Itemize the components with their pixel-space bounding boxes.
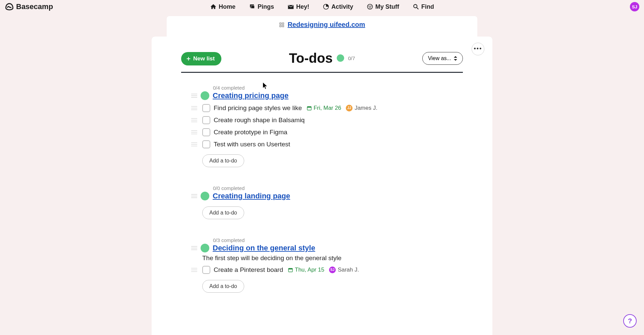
overall-progress-icon bbox=[337, 54, 344, 62]
page-header: New list To-dos 0/7 View as... bbox=[181, 51, 463, 66]
list-title-row: Deciding on the general style bbox=[191, 244, 453, 252]
nav-activity-label: Activity bbox=[331, 3, 353, 10]
assignee-avatar-icon: SJ bbox=[329, 267, 336, 273]
nav-hey-label: Hey! bbox=[296, 3, 309, 10]
nav-pings-label: Pings bbox=[258, 3, 274, 10]
drag-handle-icon[interactable] bbox=[191, 246, 197, 250]
drag-handle-icon[interactable] bbox=[191, 94, 197, 98]
todo-checkbox[interactable] bbox=[202, 128, 210, 136]
list-progress-icon bbox=[201, 91, 209, 100]
add-todo-button[interactable]: Add a to-do bbox=[202, 280, 244, 293]
view-as-label: View as... bbox=[428, 55, 451, 61]
list-progress-icon bbox=[201, 192, 209, 200]
svg-point-6 bbox=[414, 4, 417, 8]
todo-item: Find pricing page styles we like Fri, Ma… bbox=[191, 104, 453, 112]
grid-icon bbox=[279, 22, 285, 28]
svg-rect-10 bbox=[280, 25, 281, 27]
help-button[interactable]: ? bbox=[623, 314, 637, 328]
list-description: The first step will be deciding on the g… bbox=[202, 254, 453, 262]
top-nav: Basecamp Home Pings Hey! Activity My Stu… bbox=[0, 0, 644, 13]
todo-due-date[interactable]: Fri, Mar 26 bbox=[307, 105, 341, 111]
nav-center: Home Pings Hey! Activity My Stuff Find bbox=[210, 3, 434, 10]
assignee-name: James J. bbox=[355, 105, 377, 111]
todo-date-text: Fri, Mar 26 bbox=[314, 105, 341, 111]
breadcrumb-project-link[interactable]: Redesigning uifeed.com bbox=[279, 21, 365, 29]
svg-marker-14 bbox=[454, 56, 457, 58]
user-avatar[interactable]: SJ bbox=[630, 2, 639, 11]
svg-line-7 bbox=[417, 8, 419, 9]
list-completed-meta: 0/3 completed bbox=[213, 237, 453, 243]
calendar-icon bbox=[288, 267, 293, 273]
page-title-text: To-dos bbox=[289, 51, 332, 66]
todo-text[interactable]: Create prototype in Figma bbox=[214, 129, 287, 136]
plus-icon bbox=[186, 56, 191, 61]
svg-rect-0 bbox=[251, 6, 255, 8]
todo-lists-container: 0/4 completed Creating pricing page Find… bbox=[191, 85, 453, 293]
svg-point-5 bbox=[371, 6, 371, 7]
svg-rect-8 bbox=[280, 23, 281, 25]
todo-due-date[interactable]: Thu, Apr 15 bbox=[288, 267, 324, 273]
nav-hey[interactable]: Hey! bbox=[287, 3, 309, 10]
svg-marker-15 bbox=[454, 59, 457, 61]
todo-checkbox[interactable] bbox=[202, 266, 210, 274]
todo-assignee[interactable]: SJ Sarah J. bbox=[329, 267, 359, 273]
more-options-button[interactable]: ••• bbox=[472, 43, 484, 55]
todo-text[interactable]: Create rough shape in Balsamiq bbox=[214, 116, 305, 124]
new-list-button[interactable]: New list bbox=[181, 52, 221, 65]
drag-handle-icon[interactable] bbox=[191, 118, 197, 122]
hey-icon bbox=[287, 3, 294, 10]
assignee-avatar-icon: JJ bbox=[346, 105, 353, 111]
todo-list: 0/0 completed Creating landing page Add … bbox=[191, 185, 453, 219]
list-title-link[interactable]: Deciding on the general style bbox=[213, 244, 315, 252]
svg-point-4 bbox=[369, 6, 370, 7]
todo-item: Test with users on Usertest bbox=[191, 140, 453, 148]
activity-icon bbox=[323, 3, 329, 10]
svg-rect-17 bbox=[307, 106, 311, 107]
nav-home-label: Home bbox=[219, 3, 235, 10]
home-icon bbox=[210, 3, 217, 10]
todo-checkbox[interactable] bbox=[202, 104, 210, 112]
nav-activity[interactable]: Activity bbox=[323, 3, 353, 10]
todo-checkbox[interactable] bbox=[202, 116, 210, 124]
drag-handle-icon[interactable] bbox=[191, 194, 197, 198]
svg-point-3 bbox=[368, 4, 373, 9]
add-todo-button[interactable]: Add a to-do bbox=[202, 154, 244, 167]
view-as-button[interactable]: View as... bbox=[422, 52, 463, 65]
svg-rect-9 bbox=[282, 23, 284, 25]
todo-assignee[interactable]: JJ James J. bbox=[346, 105, 377, 111]
nav-find[interactable]: Find bbox=[413, 3, 434, 10]
todo-checkbox[interactable] bbox=[202, 140, 210, 148]
nav-mystuff-label: My Stuff bbox=[375, 3, 399, 10]
page-title: To-dos 0/7 bbox=[289, 51, 355, 66]
user-avatar-initials: SJ bbox=[632, 4, 637, 9]
overall-progress-count: 0/7 bbox=[348, 55, 355, 61]
breadcrumb-project-label: Redesigning uifeed.com bbox=[287, 21, 365, 29]
todo-text[interactable]: Create a Pinterest board bbox=[214, 266, 283, 274]
svg-rect-11 bbox=[282, 25, 284, 27]
list-title-link[interactable]: Creating landing page bbox=[213, 192, 290, 200]
nav-mystuff[interactable]: My Stuff bbox=[367, 3, 399, 10]
list-title-link[interactable]: Creating pricing page bbox=[213, 91, 288, 100]
mystuff-icon bbox=[367, 3, 373, 10]
drag-handle-icon[interactable] bbox=[191, 142, 197, 146]
add-todo-button[interactable]: Add a to-do bbox=[202, 206, 244, 219]
brand-logo[interactable]: Basecamp bbox=[5, 2, 53, 11]
main-card: ••• New list To-dos 0/7 View as... 0/4 c… bbox=[152, 37, 492, 335]
todo-list: 0/4 completed Creating pricing page Find… bbox=[191, 85, 453, 167]
new-list-label: New list bbox=[193, 55, 215, 62]
todo-list: 0/3 completed Deciding on the general st… bbox=[191, 237, 453, 293]
drag-handle-icon[interactable] bbox=[191, 106, 197, 110]
nav-pings[interactable]: Pings bbox=[249, 3, 274, 10]
todo-text[interactable]: Test with users on Usertest bbox=[214, 141, 290, 148]
help-icon: ? bbox=[628, 317, 632, 325]
nav-home[interactable]: Home bbox=[210, 3, 235, 10]
brand-name: Basecamp bbox=[16, 2, 53, 11]
list-completed-meta: 0/0 completed bbox=[213, 185, 453, 191]
nav-find-label: Find bbox=[421, 3, 434, 10]
list-completed-meta: 0/4 completed bbox=[213, 85, 453, 91]
drag-handle-icon[interactable] bbox=[191, 268, 197, 272]
drag-handle-icon[interactable] bbox=[191, 130, 197, 134]
todo-item: Create rough shape in Balsamiq bbox=[191, 116, 453, 124]
assignee-name: Sarah J. bbox=[338, 267, 359, 273]
todo-text[interactable]: Find pricing page styles we like bbox=[214, 104, 302, 112]
